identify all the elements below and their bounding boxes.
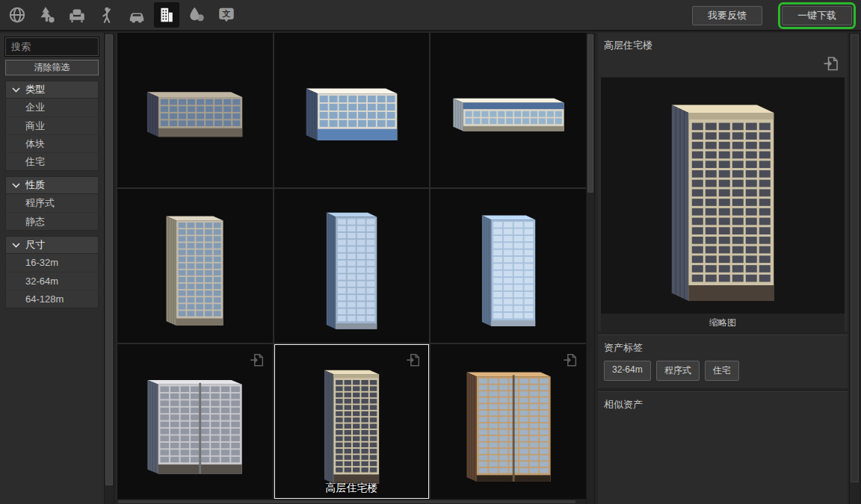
asset-tags: 32-64m程序式住宅 — [604, 361, 842, 381]
chevron-down-icon — [12, 183, 20, 188]
sidebar-scrollbar-thumb[interactable] — [105, 34, 113, 485]
asset-cell[interactable] — [274, 189, 430, 343]
asset-tag[interactable]: 32-64m — [604, 361, 651, 381]
filter-item[interactable]: 静态 — [6, 212, 98, 230]
asset-tags-section: 资产标签 32-64m程序式住宅 — [598, 335, 848, 388]
toolbar: 文 我要反馈 一键下载 — [0, 0, 861, 31]
asset-thumbnail — [437, 39, 580, 181]
filter-section: 尺寸16-32m32-64m64-128m — [5, 236, 99, 308]
panel-scrollbar-thumb[interactable] — [851, 34, 859, 482]
asset-tag[interactable]: 程序式 — [656, 361, 700, 381]
grid-horizontal-scrollbar[interactable] — [117, 499, 586, 504]
building-icon[interactable] — [154, 2, 179, 28]
open-asset-icon[interactable] — [249, 352, 265, 368]
asset-preview — [601, 78, 845, 314]
asset-cell[interactable] — [430, 344, 586, 499]
filter-item[interactable]: 住宅 — [6, 152, 98, 170]
filter-item[interactable]: 16-32m — [6, 254, 98, 272]
filter-section-title: 尺寸 — [25, 238, 45, 252]
world-icon[interactable] — [4, 2, 30, 28]
feedback-button[interactable]: 我要反馈 — [692, 6, 762, 25]
vehicle-icon[interactable] — [124, 2, 149, 28]
filter-section-header[interactable]: 性质 — [5, 176, 99, 194]
asset-cell[interactable] — [117, 189, 273, 343]
filter-item[interactable]: 程序式 — [6, 194, 98, 212]
asset-cell[interactable] — [117, 33, 273, 187]
asset-cell[interactable] — [430, 189, 586, 343]
open-asset-icon[interactable] — [822, 55, 840, 72]
asset-tag[interactable]: 住宅 — [705, 361, 739, 381]
asset-cell[interactable] — [117, 344, 273, 499]
asset-preview-image — [611, 84, 835, 308]
asset-cell[interactable] — [430, 33, 586, 187]
asset-thumbnail — [280, 39, 423, 181]
panel-scrollbar[interactable] — [849, 33, 860, 504]
filter-item[interactable]: 体块 — [6, 134, 98, 152]
search-input[interactable] — [5, 37, 99, 56]
asset-thumbnail — [123, 39, 266, 181]
asset-thumbnail — [123, 351, 266, 493]
detail-panel: 高层住宅楼 缩略图 资产标签 32-64m程序式住宅 相似资产 — [598, 33, 848, 504]
toolbar-actions: 我要反馈 一键下载 — [692, 0, 852, 31]
asset-title: 高层住宅楼 — [604, 39, 652, 52]
filter-section-title: 类型 — [25, 83, 45, 96]
grid-scrollbar-thumb[interactable] — [587, 34, 593, 193]
filter-item[interactable]: 64-128m — [6, 290, 98, 308]
chevron-down-icon — [12, 87, 20, 93]
vegetation-icon[interactable] — [34, 2, 60, 28]
filter-section: 性质程序式静态 — [5, 176, 99, 231]
asset-thumbnail — [280, 195, 423, 337]
asset-thumbnail — [437, 195, 580, 337]
asset-tags-label: 资产标签 — [604, 341, 842, 355]
grid-scrollbar[interactable] — [586, 33, 595, 504]
asset-thumbnail — [437, 351, 580, 493]
material-icon[interactable] — [184, 2, 209, 28]
filter-items: 企业商业体块住宅 — [5, 99, 99, 171]
filter-item[interactable]: 32-64m — [6, 272, 98, 290]
similar-assets-section: 相似资产 — [598, 392, 848, 504]
open-asset-icon[interactable] — [562, 352, 578, 368]
filter-items: 程序式静态 — [5, 194, 99, 231]
svg-text:文: 文 — [222, 9, 231, 19]
language-icon[interactable]: 文 — [214, 2, 239, 28]
detail-header: 高层住宅楼 — [598, 33, 848, 78]
filter-section-header[interactable]: 尺寸 — [5, 236, 99, 254]
filter-item[interactable]: 企业 — [6, 99, 98, 116]
asset-grid: 高层住宅楼 — [117, 33, 586, 499]
clear-filters-button[interactable]: 清除筛选 — [5, 60, 99, 75]
filter-sections: 类型企业商业体块住宅性质程序式静态尺寸16-32m32-64m64-128m — [5, 81, 99, 308]
similar-assets-label: 相似资产 — [604, 398, 842, 411]
furniture-icon[interactable] — [64, 2, 90, 28]
filter-items: 16-32m32-64m64-128m — [5, 254, 99, 308]
download-button[interactable]: 一键下载 — [782, 6, 852, 25]
grid-horizontal-scrollbar-thumb[interactable] — [118, 500, 575, 503]
filter-section-title: 性质 — [25, 178, 45, 192]
filter-sidebar: 清除筛选 类型企业商业体块住宅性质程序式静态尺寸16-32m32-64m64-1… — [0, 33, 104, 504]
sidebar-scrollbar[interactable] — [104, 33, 114, 504]
thumbnail-caption: 缩略图 — [601, 314, 845, 332]
category-icon-bar: 文 — [0, 2, 239, 28]
character-icon[interactable] — [94, 2, 120, 28]
open-asset-icon[interactable] — [405, 352, 422, 368]
asset-thumbnail — [280, 351, 423, 493]
filter-section: 类型企业商业体块住宅 — [5, 81, 99, 171]
chevron-down-icon — [12, 243, 20, 248]
filter-item[interactable]: 商业 — [6, 116, 98, 134]
filter-section-header[interactable]: 类型 — [5, 81, 99, 99]
asset-thumbnail — [123, 195, 266, 337]
asset-browser-window: 文 我要反馈 一键下载 清除筛选 类型企业商业体块住宅性质程序式静态尺寸16-3… — [0, 0, 861, 504]
asset-cell-selected[interactable]: 高层住宅楼 — [274, 344, 430, 499]
asset-cell[interactable] — [274, 33, 430, 187]
